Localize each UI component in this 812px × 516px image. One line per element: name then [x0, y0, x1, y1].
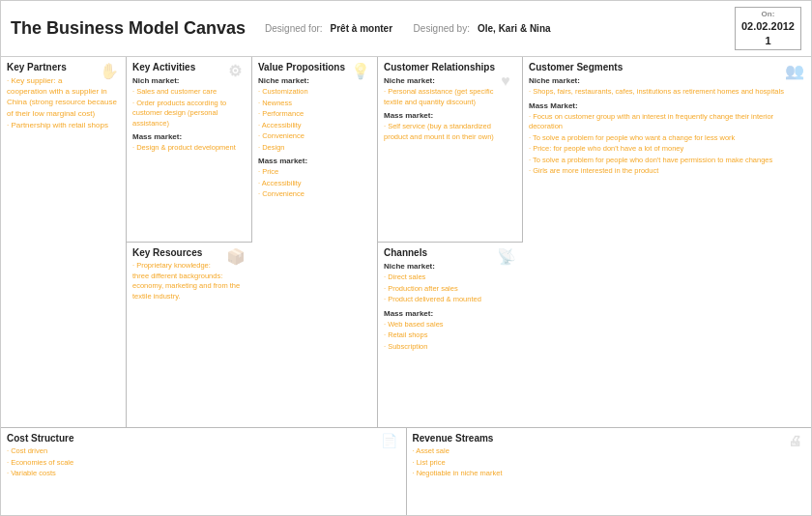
- key-activities-icon: ⚙: [224, 62, 246, 79]
- channels-icon: 📡: [496, 247, 517, 265]
- on-label: On:: [741, 10, 795, 19]
- canvas-top-row: Key Partners ✋ · Key supplier: a coopera…: [1, 57, 811, 428]
- date-block: On: 02.02.2012 1: [735, 7, 801, 50]
- revenue-streams-cell: Revenue Streams 🖨 · Asset sale· List pri…: [407, 428, 812, 515]
- canvas-bottom-row: Cost Structure 📄 · Cost driven· Economie…: [1, 428, 811, 515]
- key-resources-cell: Key Resources 📦 · Proprietary knowledge:…: [127, 243, 252, 427]
- customer-relationships-cell: Customer Relationships ♥ Niche market:· …: [378, 57, 523, 243]
- customer-segments-cell: Customer Segments 👥 Niche market:· Shops…: [523, 57, 811, 427]
- key-partners-icon: ✋: [99, 62, 120, 79]
- customer-segments-icon: 👥: [784, 62, 805, 79]
- cost-structure-content: · Cost driven· Economies of scale· Varia…: [7, 446, 400, 479]
- customer-segments-title: Customer Segments 👥: [529, 62, 805, 72]
- customer-relationships-title: Customer Relationships ♥: [384, 62, 516, 72]
- cost-structure-icon: 📄: [379, 433, 400, 450]
- value-propositions-icon: 💡: [350, 62, 371, 79]
- customer-relationships-icon: ♥: [495, 72, 516, 90]
- key-resources-content: · Proprietary knowledge: three different…: [132, 261, 246, 301]
- key-resources-title: Key Resources 📦: [132, 247, 246, 258]
- channels-content: Niche market:· Direct sales· Production …: [384, 261, 517, 352]
- key-partners-content: · Key supplier: a cooperation with a sup…: [7, 75, 120, 130]
- channels-cell: Channels 📡 Niche market:· Direct sales· …: [378, 243, 523, 427]
- channels-title: Channels 📡: [384, 247, 517, 258]
- header: The Business Model Canvas Designed for: …: [1, 1, 811, 57]
- revenue-streams-content: · Asset sale· List price· Negotiable in …: [413, 446, 806, 479]
- customer-rel-channels-col: Customer Relationships ♥ Niche market:· …: [378, 57, 523, 427]
- designed-by-value: Ole, Kari & Nina: [478, 23, 551, 34]
- key-resources-icon: 📦: [225, 247, 246, 265]
- key-activities-cell: Key Activities ⚙ Nich market:· Sales and…: [127, 57, 252, 243]
- date-value: 02.02.2012: [741, 19, 795, 33]
- revenue-streams-icon: 🖨: [784, 433, 805, 450]
- business-model-canvas: The Business Model Canvas Designed for: …: [0, 0, 812, 516]
- cost-structure-cell: Cost Structure 📄 · Cost driven· Economie…: [1, 428, 407, 515]
- value-propositions-title: Value Propositions 💡: [258, 62, 371, 72]
- designed-for-label: Designed for:: [265, 23, 322, 34]
- value-propositions-content: Niche market:· Customization· Newness· P…: [258, 75, 371, 200]
- revenue-streams-title: Revenue Streams 🖨: [413, 433, 806, 444]
- key-activities-content: Nich market:· Sales and customer care· O…: [132, 75, 246, 154]
- key-partners-title: Key Partners ✋: [7, 62, 120, 72]
- canvas-body: Key Partners ✋ · Key supplier: a coopera…: [1, 57, 811, 515]
- page-number: 1: [741, 34, 795, 47]
- cost-structure-title: Cost Structure 📄: [7, 433, 400, 444]
- designed-by-label: Designed by:: [414, 23, 470, 34]
- page-title: The Business Model Canvas: [11, 18, 246, 39]
- key-activities-title: Key Activities ⚙: [132, 62, 246, 72]
- key-activities-resources-col: Key Activities ⚙ Nich market:· Sales and…: [127, 57, 252, 427]
- header-meta: Designed for: Prêt à monter Designed by:…: [265, 23, 735, 34]
- designed-for-value: Prêt à monter: [331, 23, 392, 34]
- customer-segments-content: Niche market:· Shops, fairs, restaurants…: [529, 75, 805, 177]
- value-propositions-cell: Value Propositions 💡 Niche market:· Cust…: [252, 57, 378, 427]
- key-partners-cell: Key Partners ✋ · Key supplier: a coopera…: [1, 57, 127, 427]
